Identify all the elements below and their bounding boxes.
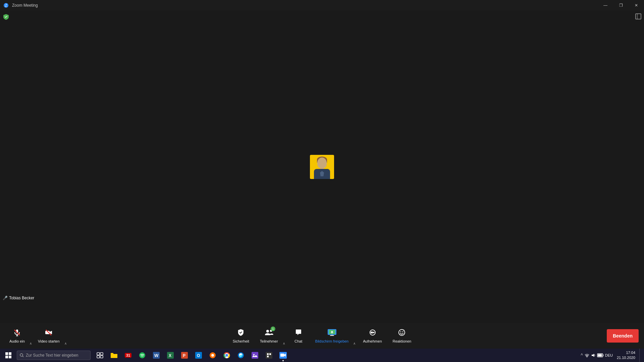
svg-rect-22 — [9, 352, 11, 355]
audio-group: Audio ein ∧ — [5, 326, 33, 345]
svg-text:O: O — [197, 353, 200, 358]
clock-date: 21.10.2020 — [617, 355, 635, 360]
app-button-2[interactable] — [262, 349, 276, 362]
tray-arrow[interactable]: ^ — [581, 353, 583, 358]
video-label: Video starten — [38, 339, 60, 343]
svg-point-18 — [400, 331, 401, 333]
expand-button[interactable] — [635, 13, 641, 21]
end-meeting-button[interactable]: Beenden — [607, 329, 639, 343]
zoom-taskbar-button[interactable] — [276, 349, 290, 362]
record-icon — [368, 328, 376, 339]
svg-text:Z: Z — [5, 4, 7, 7]
reactions-button[interactable]: + Reaktionen — [389, 326, 416, 345]
show-desktop-button[interactable] — [639, 349, 641, 362]
svg-point-25 — [20, 354, 23, 356]
svg-rect-2 — [636, 14, 641, 19]
security-indicator — [3, 13, 9, 20]
audio-button[interactable]: Audio ein — [5, 326, 29, 345]
participants-chevron[interactable]: ∧ — [282, 342, 286, 345]
svg-rect-48 — [267, 353, 269, 355]
toolbar-left: Audio ein ∧ Video starten ∧ — [5, 326, 67, 345]
svg-line-26 — [22, 356, 23, 357]
search-placeholder: Zur Suche Text hier eingeben — [26, 353, 78, 358]
titlebar: Z Zoom Meeting — ❐ ✕ — [0, 0, 644, 11]
security-icon — [237, 328, 245, 339]
svg-text:+: + — [403, 329, 405, 332]
toolbar-right: Beenden — [607, 329, 639, 343]
mic-off-icon: 🎤 — [3, 296, 8, 300]
spotify-button[interactable] — [136, 349, 149, 362]
task-view-button[interactable] — [93, 349, 107, 362]
participants-button[interactable]: 1 Teilnehmer — [256, 326, 282, 345]
svg-rect-49 — [269, 353, 271, 355]
edge-button[interactable] — [234, 349, 248, 362]
chat-icon — [294, 328, 303, 339]
taskbar-clock[interactable]: 17:04 21.10.2020 — [614, 350, 638, 361]
security-button[interactable]: Sicherheit — [229, 326, 253, 345]
meeting-area: 🎤 Tobias Becker — [0, 11, 644, 323]
svg-rect-45 — [252, 352, 258, 359]
svg-rect-47 — [266, 352, 272, 359]
share-chevron[interactable]: ∧ — [353, 342, 356, 345]
window-controls: — ❐ ✕ — [598, 0, 644, 11]
zoom-active-dot — [282, 360, 284, 361]
video-camera-icon — [45, 328, 53, 339]
participant-name-label: 🎤 Tobias Becker — [3, 296, 34, 300]
microphone-icon — [13, 328, 21, 339]
svg-point-43 — [225, 354, 228, 357]
participants-group: 1 Teilnehmer ∧ — [256, 326, 286, 345]
video-group: Video starten ∧ — [34, 326, 67, 345]
start-button[interactable] — [0, 349, 17, 362]
excel-button[interactable]: X — [164, 349, 177, 362]
reactions-icon: + — [398, 328, 406, 339]
svg-rect-29 — [97, 356, 100, 358]
share-group: Bildschirm freigeben ∧ — [311, 326, 357, 345]
participants-count: 1 — [271, 326, 275, 331]
word-button[interactable]: W — [150, 349, 163, 362]
svg-rect-55 — [603, 355, 603, 356]
svg-point-46 — [253, 354, 255, 355]
taskbar-right: ^ DEU 17:04 21.10.2020 — [581, 349, 644, 362]
record-button[interactable]: Aufnehmen — [359, 326, 386, 345]
svg-text:W: W — [154, 353, 159, 358]
share-label: Bildschirm freigeben — [315, 339, 349, 343]
maximize-button[interactable]: ❐ — [613, 0, 629, 11]
taskbar-search[interactable]: Zur Suche Text hier eingeben — [17, 351, 91, 360]
windows-taskbar: Zur Suche Text hier eingeben 31 — [0, 349, 644, 362]
outlook-button[interactable]: O — [192, 349, 205, 362]
powerpoint-button[interactable]: P — [178, 349, 191, 362]
photos-button[interactable] — [248, 349, 262, 362]
clock-time: 17:04 — [617, 350, 635, 355]
participants-label: Teilnehmer — [260, 339, 278, 343]
avatar-head — [317, 158, 327, 168]
svg-text:X: X — [169, 353, 171, 358]
svg-rect-28 — [100, 353, 103, 355]
audio-label: Audio ein — [9, 339, 25, 343]
zoom-icon: Z — [3, 2, 9, 9]
participant-name-text: Tobias Becker — [9, 296, 34, 300]
close-button[interactable]: ✕ — [629, 0, 644, 11]
svg-rect-30 — [100, 356, 103, 358]
chat-button[interactable]: Chat — [288, 326, 309, 345]
video-chevron[interactable]: ∧ — [64, 342, 67, 345]
chrome-button[interactable] — [220, 349, 233, 362]
language-indicator: DEU — [605, 353, 613, 357]
file-explorer-button[interactable] — [107, 349, 121, 362]
avatar-figure — [310, 155, 334, 179]
battery-icon — [597, 353, 604, 357]
zoom-toolbar: Audio ein ∧ Video starten ∧ — [0, 323, 644, 349]
share-button[interactable]: Bildschirm freigeben — [311, 326, 353, 345]
svg-rect-23 — [5, 356, 8, 358]
participant-avatar — [310, 155, 334, 179]
participants-icon: 1 — [265, 328, 273, 339]
audio-chevron[interactable]: ∧ — [29, 342, 33, 345]
video-button[interactable]: Video starten — [34, 326, 64, 345]
svg-rect-54 — [598, 354, 602, 357]
minimize-button[interactable]: — — [598, 0, 613, 11]
security-label: Sicherheit — [233, 339, 249, 343]
svg-point-16 — [370, 331, 372, 334]
app-badge-31[interactable]: 31 — [121, 349, 135, 362]
app-button-1[interactable] — [206, 349, 219, 362]
svg-text:P: P — [183, 353, 185, 358]
svg-rect-52 — [280, 354, 284, 357]
